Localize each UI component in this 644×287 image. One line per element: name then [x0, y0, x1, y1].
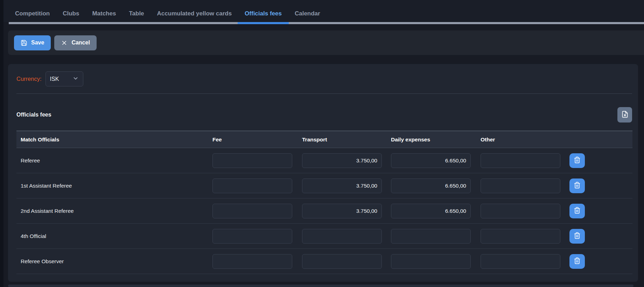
active-tab-indicator	[238, 22, 289, 24]
other-input[interactable]	[481, 254, 560, 269]
daily-expenses-input[interactable]	[391, 204, 471, 218]
daily-expenses-input[interactable]	[391, 153, 471, 168]
currency-select[interactable]: ISK	[46, 71, 83, 86]
file-excel-icon	[621, 111, 629, 119]
save-button-label: Save	[31, 40, 44, 46]
other-input[interactable]	[481, 229, 560, 244]
delete-row-button[interactable]	[569, 153, 585, 168]
table-body: Referee 1st Assistant Referee	[16, 148, 632, 274]
fee-input[interactable]	[212, 204, 292, 218]
column-header-transport: Transport	[302, 136, 391, 143]
nav-underline-track	[9, 22, 644, 24]
table-row: Referee Observer	[16, 249, 632, 274]
column-header-daily-expenses: Daily expenses	[391, 136, 481, 143]
transport-input[interactable]	[302, 204, 382, 218]
transport-input[interactable]	[302, 254, 382, 269]
table-header-row: Match Officials Fee Transport Daily expe…	[16, 131, 632, 148]
transport-input[interactable]	[302, 153, 382, 168]
cancel-button[interactable]: Cancel	[54, 35, 96, 50]
daily-expenses-input[interactable]	[391, 229, 471, 244]
horizontal-scrollbar[interactable]	[8, 285, 634, 287]
currency-selected-value: ISK	[50, 76, 59, 82]
transport-input[interactable]	[302, 178, 382, 193]
section-title: Officials fees	[16, 112, 51, 118]
official-name: 2nd Assistant Referee	[16, 208, 212, 214]
officials-fees-table: Match Officials Fee Transport Daily expe…	[16, 131, 632, 274]
column-header-other: Other	[481, 136, 569, 143]
column-header-fee: Fee	[212, 136, 302, 143]
official-name: 4th Official	[16, 233, 212, 239]
transport-input[interactable]	[302, 229, 382, 244]
other-input[interactable]	[481, 178, 560, 193]
section-header: Officials fees	[16, 107, 632, 122]
export-excel-button[interactable]	[617, 107, 632, 122]
nav-tab[interactable]: Matches	[92, 10, 116, 17]
chevron-down-icon	[72, 75, 79, 83]
trash-icon	[574, 182, 581, 190]
officials-fees-page: Competition Clubs Matches Table Accumula…	[0, 0, 644, 287]
fee-input[interactable]	[212, 178, 292, 193]
fee-input[interactable]	[212, 153, 292, 168]
trash-icon	[574, 156, 581, 164]
delete-row-button[interactable]	[569, 229, 585, 244]
daily-expenses-input[interactable]	[391, 178, 471, 193]
top-navigation: Competition Clubs Matches Table Accumula…	[4, 0, 644, 22]
cancel-button-label: Cancel	[71, 40, 90, 46]
nav-tab[interactable]: Table	[129, 10, 144, 17]
currency-row: Currency: ISK	[16, 71, 83, 86]
action-toolbar: Save Cancel	[8, 30, 644, 55]
fee-input[interactable]	[212, 254, 292, 269]
fees-panel: Currency: ISK Officials fees	[8, 64, 638, 282]
delete-row-button[interactable]	[569, 178, 585, 193]
page-left-edge	[0, 0, 4, 287]
nav-tab[interactable]: Accumulated yellow cards	[157, 10, 232, 17]
nav-tab[interactable]: Calendar	[295, 10, 320, 17]
close-icon	[61, 40, 68, 46]
save-button[interactable]: Save	[14, 35, 51, 50]
table-row: 4th Official	[16, 224, 632, 249]
table-row: 2nd Assistant Referee	[16, 198, 632, 224]
delete-row-button[interactable]	[569, 204, 585, 218]
currency-label: Currency:	[16, 76, 42, 82]
other-input[interactable]	[481, 153, 560, 168]
official-name: 1st Assistant Referee	[16, 183, 212, 189]
other-input[interactable]	[481, 204, 560, 218]
trash-icon	[574, 232, 581, 240]
daily-expenses-input[interactable]	[391, 254, 471, 269]
trash-icon	[574, 257, 581, 265]
nav-tab[interactable]: Clubs	[63, 10, 79, 17]
fee-input[interactable]	[212, 229, 292, 244]
trash-icon	[574, 207, 581, 215]
save-icon	[21, 40, 27, 46]
divider	[16, 93, 632, 94]
table-row: 1st Assistant Referee	[16, 173, 632, 198]
official-name: Referee Observer	[16, 258, 212, 265]
delete-row-button[interactable]	[569, 254, 585, 269]
nav-tab[interactable]: Officials fees	[245, 10, 282, 17]
nav-tab[interactable]: Competition	[15, 10, 50, 17]
table-row: Referee	[16, 148, 632, 173]
column-header-match-officials: Match Officials	[16, 136, 212, 143]
official-name: Referee	[16, 158, 212, 164]
